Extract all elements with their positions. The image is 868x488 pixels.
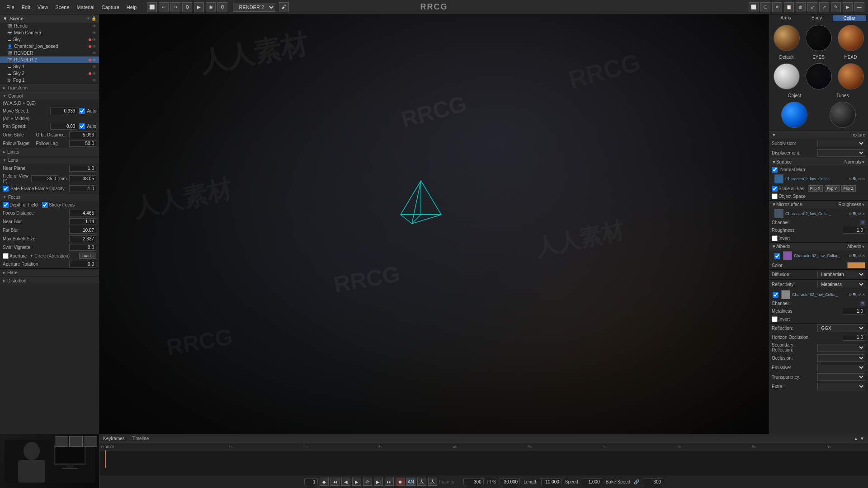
mat-arms[interactable] xyxy=(771,24,802,52)
normal-map-checkbox[interactable] xyxy=(772,167,778,173)
close-icon-2[interactable]: ✕ xyxy=(862,212,865,216)
icon-btn-5[interactable]: 🗑 xyxy=(796,2,806,12)
view-menu[interactable]: View xyxy=(35,4,51,11)
scene-item-sky[interactable]: ☁ Sky 👁 xyxy=(0,36,99,43)
toolbar-btn-1[interactable]: ⬜ xyxy=(147,2,157,12)
close-icon[interactable]: ✕ xyxy=(862,177,865,181)
mat-body[interactable] xyxy=(803,24,834,52)
roughness-input[interactable] xyxy=(843,227,865,234)
skip-start-btn[interactable]: ⏮ xyxy=(330,478,340,486)
icon-btn-8[interactable]: ✎ xyxy=(831,2,841,12)
eye-icon[interactable]: 👁 xyxy=(92,58,96,62)
scene-menu[interactable]: Scene xyxy=(52,4,72,11)
dropdown-arrow[interactable]: ▼ xyxy=(861,160,865,164)
max-bokeh-input[interactable] xyxy=(69,235,96,242)
orbit-distance-input[interactable] xyxy=(69,131,96,138)
mat-tubes[interactable] xyxy=(819,101,867,129)
mm-input[interactable] xyxy=(69,175,96,182)
settings-btn[interactable]: ⚙ xyxy=(217,2,227,12)
playhead[interactable] xyxy=(105,450,106,468)
paintbrush-btn[interactable]: 🖌 xyxy=(279,2,289,12)
gear-icon[interactable]: ⚙ xyxy=(849,177,852,181)
prev-frame-btn[interactable]: ◀ xyxy=(341,478,350,486)
distortion-header[interactable]: ▶ Distortion xyxy=(0,277,99,285)
occlusion-select[interactable] xyxy=(817,354,866,362)
render-dropdown[interactable]: RENDER 2 xyxy=(233,3,275,12)
toolbar-btn-4[interactable]: ⚙ xyxy=(182,2,192,12)
icon-btn-3[interactable]: ✕ xyxy=(772,2,782,12)
person-btn-2[interactable]: 人 xyxy=(428,478,437,486)
mat-default[interactable] xyxy=(771,62,802,90)
record-btn[interactable]: ⏺ xyxy=(396,478,405,486)
frame-number-input[interactable] xyxy=(304,479,318,485)
near-plane-input[interactable] xyxy=(69,165,96,172)
refresh-icon[interactable]: ↺ xyxy=(858,177,861,181)
metalness-checkbox[interactable] xyxy=(773,292,778,298)
toolbar-btn-6[interactable]: ◉ xyxy=(206,2,216,12)
timeline-tracks[interactable] xyxy=(99,450,868,468)
aperture-checkbox[interactable] xyxy=(3,253,9,259)
flare-header[interactable]: ▶ Flare xyxy=(0,269,99,277)
zoom-icon-4[interactable]: 🔍 xyxy=(853,293,857,297)
scroll-up-icon[interactable]: ▲ xyxy=(854,436,858,441)
albedo-map-checkbox[interactable] xyxy=(774,253,780,259)
pan-speed-input[interactable] xyxy=(50,123,77,130)
refresh-icon-3[interactable]: ↺ xyxy=(858,254,861,258)
metalness-input[interactable] xyxy=(843,308,865,314)
sticky-focus-checkbox[interactable] xyxy=(42,202,48,208)
icon-btn-6[interactable]: ↙ xyxy=(807,2,817,12)
scene-item-sky2[interactable]: ☁ Sky 2 👁 xyxy=(0,70,99,77)
mat-eyes[interactable] xyxy=(803,62,834,90)
fps-input[interactable] xyxy=(500,479,520,485)
secondary-select[interactable] xyxy=(817,344,866,352)
mat-head-label[interactable]: HEAD xyxy=(835,55,866,60)
icon-btn-10[interactable]: — xyxy=(854,2,864,12)
zoom-icon-2[interactable]: 🔍 xyxy=(853,212,857,216)
gear-icon-2[interactable]: ⚙ xyxy=(849,212,852,216)
anim-btn[interactable]: AN xyxy=(406,478,415,486)
aperture-rotation-input[interactable] xyxy=(69,261,96,267)
invert-checkbox[interactable] xyxy=(772,235,778,241)
refresh-icon-2[interactable]: ↺ xyxy=(858,212,861,216)
near-blur-input[interactable] xyxy=(69,218,96,225)
icon-btn-7[interactable]: ↗ xyxy=(819,2,829,12)
mat-tubes-label[interactable]: Tubes xyxy=(819,93,867,98)
capture-menu[interactable]: Capture xyxy=(99,4,122,11)
scene-item-sky1[interactable]: ☁ Sky 1 👁 xyxy=(0,63,99,70)
length-input[interactable] xyxy=(541,479,561,485)
focus-distance-input[interactable] xyxy=(69,210,96,216)
skip-end-btn[interactable]: ⏭ xyxy=(385,478,394,486)
control-header[interactable]: ▼ Control xyxy=(0,92,99,100)
mat-object-label[interactable]: Object xyxy=(771,93,818,98)
emissive-select[interactable] xyxy=(817,364,866,371)
help-menu[interactable]: Help xyxy=(124,4,140,11)
toolbar-btn-2[interactable]: ↩ xyxy=(159,2,169,12)
horizon-occlusion-input[interactable] xyxy=(843,334,865,341)
play-loop-btn[interactable]: ⟳ xyxy=(363,478,372,486)
transparency-select[interactable] xyxy=(817,373,866,381)
speed-input[interactable] xyxy=(582,479,602,485)
microsurface-dropdown-arrow[interactable]: ▼ xyxy=(861,202,865,207)
file-menu[interactable]: File xyxy=(4,4,17,11)
play-btn[interactable]: ▶ xyxy=(352,478,361,486)
thumb-2[interactable] xyxy=(69,436,83,447)
follow-lag-input[interactable] xyxy=(69,140,96,147)
zoom-icon-3[interactable]: 🔍 xyxy=(853,254,857,258)
edit-menu[interactable]: Edit xyxy=(19,4,33,11)
mat-collar-label[interactable]: Collar xyxy=(833,15,866,21)
frame-opacity-input[interactable] xyxy=(69,185,96,192)
flip-y-btn[interactable]: Flip Y xyxy=(825,185,840,192)
scene-item-render2[interactable]: 🎬 RENDER 2 👁 xyxy=(0,56,99,63)
displacement-select[interactable] xyxy=(817,149,866,157)
scene-item-fog1[interactable]: 🌫 Fog 1 👁 xyxy=(0,77,99,84)
aperture-dropdown-arrow[interactable]: ▼ xyxy=(29,253,33,258)
surface-header[interactable]: ▼ Surface Normals ▼ xyxy=(769,158,868,166)
icon-btn-1[interactable]: ⬜ xyxy=(749,2,759,12)
zoom-icon[interactable]: 🔍 xyxy=(853,177,857,181)
thumb-3[interactable] xyxy=(84,436,97,447)
focus-header[interactable]: ▼ Focus xyxy=(0,193,99,201)
texture-header[interactable]: ▼ Texture xyxy=(769,131,868,139)
diffusion-select[interactable]: Lambertian xyxy=(817,271,866,278)
transform-header[interactable]: ▶ Transform xyxy=(0,84,99,92)
object-space-checkbox[interactable] xyxy=(772,193,778,199)
